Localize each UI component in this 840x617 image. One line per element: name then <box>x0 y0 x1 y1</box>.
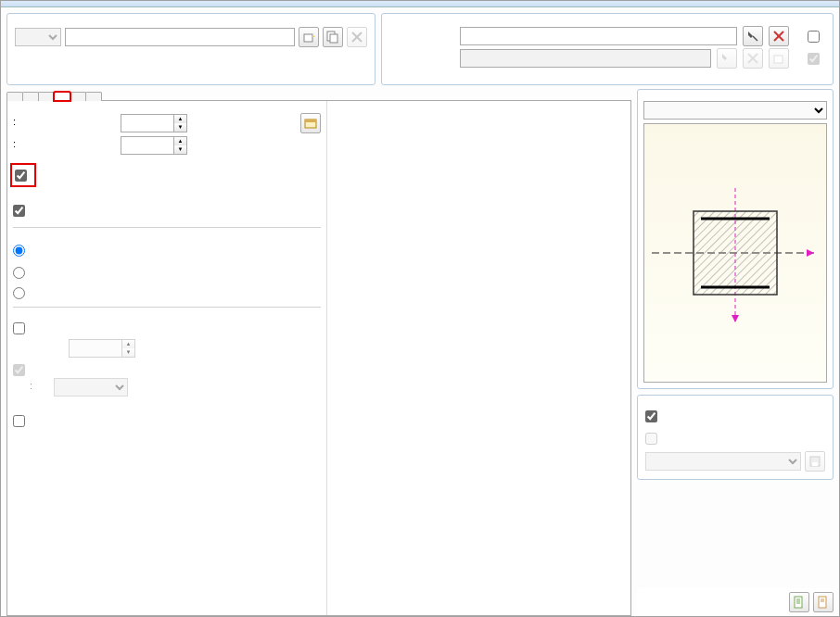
svg-rect-0 <box>304 34 312 42</box>
main-window: : ▲▼ : ▲▼ <box>0 0 840 617</box>
stabsaetze-input <box>460 49 711 68</box>
svg-marker-18 <box>732 315 739 322</box>
querschnitt-select[interactable] <box>643 101 827 120</box>
group-einstellungen <box>637 395 834 480</box>
nr-select[interactable] <box>15 28 61 46</box>
ds-label: : <box>30 380 48 394</box>
svg-rect-13 <box>305 120 316 122</box>
min-oben-label: : <box>13 116 115 130</box>
min-unten-spinner[interactable]: ▲▼ <box>121 136 187 155</box>
tab-din[interactable] <box>85 92 102 101</box>
svg-rect-28 <box>819 597 826 608</box>
chk-mindestschub[interactable] <box>13 205 25 217</box>
tab-right-pane <box>326 101 630 615</box>
tab-schubfuge[interactable] <box>70 92 86 101</box>
svg-rect-11 <box>774 56 783 63</box>
alle-staebe-checkbox[interactable] <box>808 31 820 43</box>
report2-icon[interactable] <box>813 592 834 612</box>
radio-vorhanden[interactable] <box>13 267 25 279</box>
svg-rect-23 <box>812 462 818 466</box>
radio-erforderlich[interactable] <box>13 245 25 257</box>
footer-buttons <box>637 588 834 616</box>
group-bewehrungssatz <box>6 13 375 85</box>
tab-buegel[interactable] <box>22 92 39 101</box>
ds-select <box>54 378 128 397</box>
report-icon[interactable] <box>789 592 809 612</box>
chk-max-abstand[interactable] <box>13 322 25 334</box>
svg-rect-19 <box>694 211 777 295</box>
cross-section-preview <box>643 123 827 383</box>
copy-icon[interactable] <box>323 27 343 47</box>
delete-icon <box>347 27 367 47</box>
radio-auto[interactable] <box>13 287 25 299</box>
gespeichert-select <box>645 452 801 471</box>
group-querschnitt <box>637 89 834 389</box>
pick-icon[interactable] <box>743 26 763 46</box>
new-sets-icon <box>769 48 789 69</box>
tab-laengsbewehrung[interactable] <box>6 92 23 101</box>
group-angewendet <box>381 13 834 85</box>
svg-marker-16 <box>807 249 814 257</box>
delete-staebe-icon[interactable] <box>769 26 789 46</box>
chk-mindestlaengs[interactable] <box>15 170 27 182</box>
library-icon[interactable] <box>300 113 321 133</box>
bez-input[interactable] <box>65 28 295 46</box>
tab-body: : ▲▼ : ▲▼ <box>6 101 631 616</box>
save-template-icon <box>805 451 825 472</box>
chk-ident-durchmesser <box>13 364 25 376</box>
svg-rect-3 <box>330 34 337 43</box>
chk-gespeichert <box>645 433 657 445</box>
tab-bewehrungsanordnung[interactable] <box>38 92 55 101</box>
svg-rect-24 <box>795 597 802 608</box>
chk-eckbewehrung[interactable] <box>13 415 25 427</box>
delete-sets-icon <box>743 48 763 69</box>
tab-mindestbewehrung[interactable] <box>54 92 70 101</box>
max-abstand-spinner: ▲▼ <box>69 339 135 358</box>
staebe-input[interactable] <box>460 27 737 45</box>
new-icon[interactable] <box>299 27 319 47</box>
chk-vorschlag[interactable] <box>645 410 657 422</box>
chk-mindestlaengs-row <box>13 166 33 184</box>
min-oben-spinner[interactable]: ▲▼ <box>121 114 187 132</box>
pick-sets-icon <box>717 48 737 69</box>
titlebar <box>1 1 839 7</box>
tabs <box>6 91 631 101</box>
cross-section-svg <box>647 160 823 346</box>
min-unten-label: : <box>13 138 115 152</box>
svg-line-6 <box>753 36 757 41</box>
alle-sets-checkbox <box>808 53 820 65</box>
